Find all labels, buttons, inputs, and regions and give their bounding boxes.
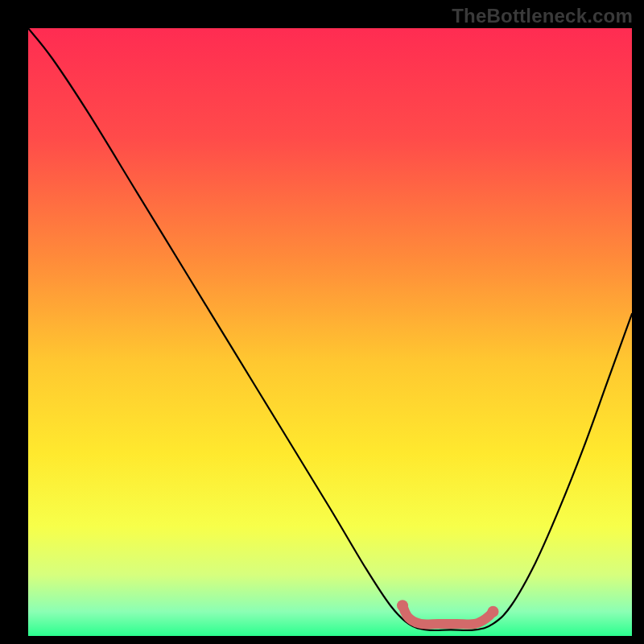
chart-frame — [28, 28, 632, 636]
gradient-background — [28, 28, 632, 636]
optimal-start-marker — [397, 600, 408, 611]
optimal-end-marker — [488, 606, 499, 617]
bottleneck-chart — [28, 28, 632, 636]
watermark-text: TheBottleneck.com — [452, 5, 633, 27]
